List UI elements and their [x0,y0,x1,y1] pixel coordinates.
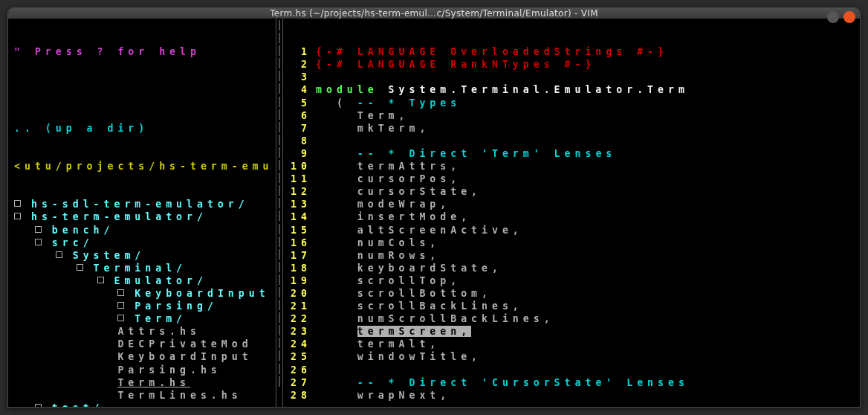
nerdtree-pane[interactable]: " Press ? for help .. (up a dir) <utu/pr… [8,19,276,408]
line-number: 17 [283,249,316,262]
code-text: {-# LANGUAGE OverloadedStrings #-} [316,45,860,58]
code-line[interactable]: 27 -- * Direct 'CursorState' Lenses [283,376,860,389]
code-text: altScreenActive, [316,224,860,237]
line-number: 16 [283,237,316,249]
code-line[interactable]: 2{-# LANGUAGE RankNTypes #-} [283,58,860,71]
code-text: module System.Terminal.Emulator.Term [316,83,860,96]
code-line[interactable]: 20 scrollBottom, [283,287,860,300]
code-line[interactable]: 15 altScreenActive, [283,224,860,237]
code-line[interactable]: 13 modeWrap, [283,198,860,210]
tree-root[interactable]: <utu/projects/hs-term-emu [14,160,276,173]
tree-item[interactable]: KeyboardInput [14,350,276,363]
line-number: 13 [283,198,316,210]
code-text: numCols, [316,237,860,249]
code-line[interactable]: 14 insertMode, [283,210,860,223]
code-line[interactable]: 7 mkTerm, [283,122,860,135]
line-number: 23 [283,325,316,338]
code-text: numScrollBackLines, [316,312,860,325]
line-number: 8 [283,135,316,147]
code-text: -- * Direct 'Term' Lenses [316,147,860,160]
code-text [316,364,860,376]
line-number: 26 [283,364,316,376]
tree-item[interactable]: System/ [14,249,276,262]
code-line[interactable]: 16 numCols, [283,237,860,249]
code-line[interactable]: 17 numRows, [283,249,860,262]
line-number: 9 [283,147,316,160]
code-text: insertMode, [316,210,860,223]
tree-updir[interactable]: .. (up a dir) [14,122,276,135]
line-number: 6 [283,109,316,122]
tree-help: " Press ? for help [14,45,276,58]
tree-item[interactable]: hs-sdl-term-emulator/ [14,198,276,210]
code-line[interactable]: 11 cursorPos, [283,173,860,185]
code-line[interactable]: 6 Term, [283,109,860,122]
line-number: 22 [283,312,316,325]
code-text: Term, [316,109,860,122]
code-line[interactable]: 22 numScrollBackLines, [283,312,860,325]
code-text: termScreen, [316,325,860,338]
code-line[interactable]: 3 [283,71,860,83]
code-line[interactable]: 9 -- * Direct 'Term' Lenses [283,147,860,160]
tree-item[interactable]: src/ [14,237,276,249]
line-number: 19 [283,274,316,287]
vertical-split: ||||||||||||||||||||||||||||| [276,19,283,408]
line-number: 12 [283,185,316,198]
code-text: numRows, [316,249,860,262]
editor-window: Term.hs (~/projects/hs-term-emul...c/Sys… [7,7,861,408]
code-line[interactable]: 25 windowTitle, [283,350,860,363]
tree-item[interactable]: hs-term-emulator/ [14,210,276,223]
code-line[interactable]: 24 termAlt, [283,338,860,350]
code-text: scrollTop, [316,274,860,287]
line-number: 24 [283,338,316,350]
code-text: scrollBottom, [316,287,860,300]
tree-item[interactable]: Term.hs [14,376,276,389]
line-number: 21 [283,300,316,312]
tree-item[interactable]: bench/ [14,224,276,237]
code-line[interactable]: 18 keyboardState, [283,262,860,274]
line-number: 1 [283,45,316,58]
code-line[interactable]: 26 [283,364,860,376]
code-text: mkTerm, [316,122,860,135]
code-line[interactable]: 28 wrapNext, [283,389,860,402]
tree-item[interactable]: Parsing.hs [14,364,276,376]
tree-item[interactable]: DECPrivateMod [14,338,276,350]
code-line[interactable]: 8 [283,135,860,147]
line-number: 5 [283,97,316,109]
tree-item[interactable]: Emulator/ [14,274,276,287]
code-line[interactable]: 4module System.Terminal.Emulator.Term [283,83,860,96]
line-number: 14 [283,210,316,223]
code-text: wrapNext, [316,389,860,402]
code-line[interactable]: 12 cursorState, [283,185,860,198]
line-number: 2 [283,58,316,71]
code-text: keyboardState, [316,262,860,274]
titlebar[interactable]: Term.hs (~/projects/hs-term-emul...c/Sys… [8,8,860,19]
line-number: 20 [283,287,316,300]
line-number: 25 [283,350,316,363]
line-number: 10 [283,160,316,173]
line-number: 11 [283,173,316,185]
line-number: 27 [283,376,316,389]
tree-item[interactable]: test/ [14,402,276,408]
code-line[interactable]: 5 ( -- * Types [283,97,860,109]
code-text: modeWrap, [316,198,860,210]
code-line[interactable]: 10 termAttrs, [283,160,860,173]
code-text [316,135,860,147]
code-line[interactable]: 1{-# LANGUAGE OverloadedStrings #-} [283,45,860,58]
tree-item[interactable]: Attrs.hs [14,325,276,338]
code-text: termAlt, [316,338,860,350]
line-number: 15 [283,224,316,237]
tree-item[interactable]: Parsing/ [14,300,276,312]
tree-blank [14,83,276,96]
code-pane[interactable]: 1{-# LANGUAGE OverloadedStrings #-}2{-# … [283,19,860,408]
code-line[interactable]: 23 termScreen, [283,325,860,338]
code-text: windowTitle, [316,350,860,363]
code-text: ( -- * Types [316,97,860,109]
code-line[interactable]: 21 scrollBackLines, [283,300,860,312]
tree-item[interactable]: Terminal/ [14,262,276,274]
line-number: 18 [283,262,316,274]
code-line[interactable]: 19 scrollTop, [283,274,860,287]
tree-item[interactable]: TermLines.hs [14,389,276,402]
tree-item[interactable]: Term/ [14,312,276,325]
window-title: Term.hs (~/projects/hs-term-emul...c/Sys… [270,8,598,19]
tree-item[interactable]: KeyboardInput [14,287,276,300]
